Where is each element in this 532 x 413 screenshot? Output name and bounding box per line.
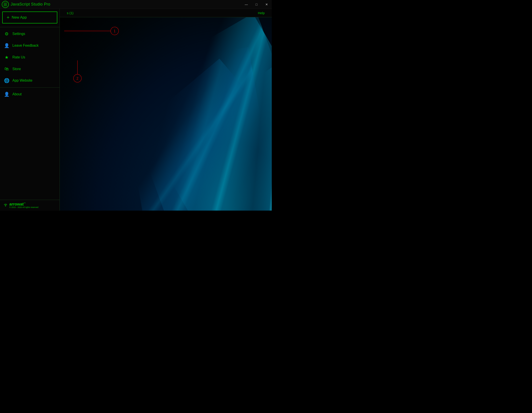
menu-bar: s (1) Help (60, 9, 272, 17)
app-website-icon: 🌐 (4, 78, 9, 83)
new-app-button[interactable]: + New App (2, 11, 57, 23)
arrowat-copyright: © 2015 - 2020 All rights reserved (9, 206, 38, 208)
sidebar-item-app-website[interactable]: 🌐 App Website (0, 75, 59, 86)
store-icon: 🛍 (4, 66, 9, 71)
sidebar-item-leave-feedback[interactable]: 👤 Leave Feedback (0, 40, 59, 52)
window-controls: — □ ✕ (241, 0, 272, 9)
title-bar: JavaScript Studio Pro — □ ✕ (0, 0, 272, 9)
about-icon: 👤 (4, 92, 9, 97)
title-left: JavaScript Studio Pro (2, 1, 50, 8)
maximize-button[interactable]: □ (251, 0, 262, 9)
sidebar-store-label: Store (12, 67, 21, 71)
sidebar-settings-label: Settings (12, 32, 25, 36)
arrowat-logo: arrowat™ © 2015 - 2020 All rights reserv… (3, 202, 38, 208)
hamburger-line-2 (4, 4, 7, 5)
close-button[interactable]: ✕ (262, 0, 272, 9)
main-layout: + New App ⚙ Settings 👤 Leave Feedback ★ … (0, 9, 272, 211)
sidebar-divider-top (0, 27, 59, 27)
svg-point-0 (5, 206, 6, 206)
settings-icon: ⚙ (4, 31, 9, 37)
arrowat-brand-name: arrowat™ (9, 202, 38, 206)
new-app-label: New App (12, 15, 27, 20)
menu-item-tabs[interactable]: s (1) (63, 10, 77, 16)
sidebar-item-settings[interactable]: ⚙ Settings (0, 28, 59, 40)
background-canvas (60, 17, 272, 211)
sidebar-leave-feedback-label: Leave Feedback (12, 44, 38, 47)
hamburger-line-3 (4, 6, 7, 6)
sidebar-rate-us-label: Rate Us (12, 55, 25, 59)
minimize-button[interactable]: — (241, 0, 251, 9)
menu-item-help[interactable]: Help (254, 10, 268, 16)
sidebar-item-rate-us[interactable]: ★ Rate Us (0, 52, 59, 63)
sidebar-item-store[interactable]: 🛍 Store (0, 63, 59, 75)
arrowat-signal-icon (3, 203, 8, 208)
sidebar-divider-middle (0, 87, 59, 88)
content-area: s (1) Help 1 2 (60, 9, 272, 211)
menu-items: s (1) Help (63, 10, 268, 16)
arrowat-text: arrowat™ © 2015 - 2020 All rights reserv… (9, 202, 38, 208)
sidebar-about-label: About (12, 92, 22, 96)
sidebar: + New App ⚙ Settings 👤 Leave Feedback ★ … (0, 9, 60, 211)
sidebar-item-about[interactable]: 👤 About (0, 88, 59, 100)
sidebar-app-website-label: App Website (12, 78, 32, 83)
hamburger-menu-button[interactable] (2, 1, 9, 8)
app-title: JavaScript Studio Pro (11, 2, 50, 7)
hamburger-line-1 (4, 3, 7, 3)
sidebar-footer: arrowat™ © 2015 - 2020 All rights reserv… (0, 200, 59, 211)
new-app-plus-icon: + (7, 15, 10, 20)
leave-feedback-icon: 👤 (4, 43, 9, 48)
rate-us-icon: ★ (4, 55, 9, 60)
background-area: 1 2 (60, 17, 272, 211)
